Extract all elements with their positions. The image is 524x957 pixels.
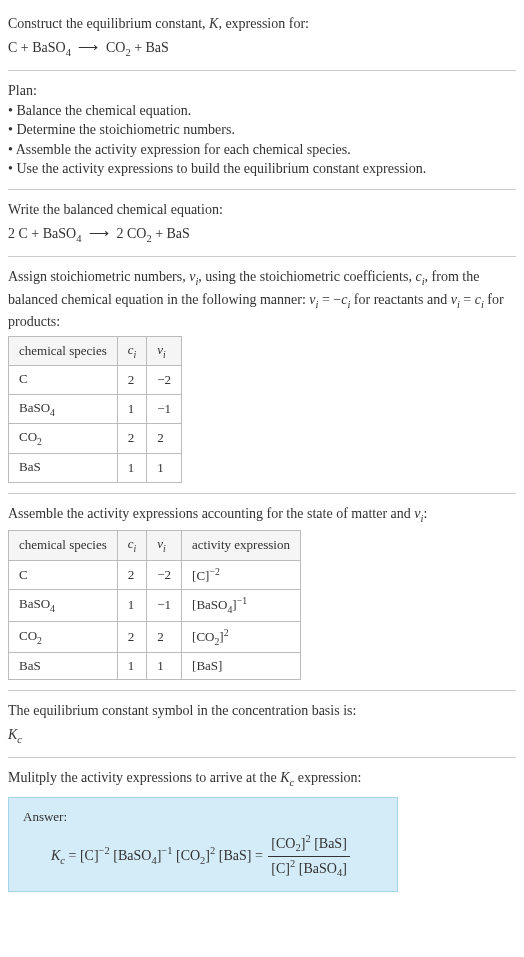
col-nui: νi: [147, 336, 182, 365]
kc-symbol: Kc: [8, 725, 516, 747]
plan-title: Plan:: [8, 81, 516, 101]
multiply-text: Mulitply the activity expressions to arr…: [8, 768, 516, 790]
col-nui: νi: [147, 531, 182, 560]
table-header-row: chemical species ci νi: [9, 336, 182, 365]
assign-section: Assign stoichiometric numbers, νi, using…: [8, 261, 516, 489]
bal-rhs-b: + BaS: [152, 226, 190, 241]
table-row: CO2 2 2 [CO2]2: [9, 621, 301, 653]
divider: [8, 757, 516, 758]
plan-section: Plan: • Balance the chemical equation. •…: [8, 75, 516, 185]
arrow-icon: ⟶: [78, 38, 98, 58]
k-symbol: K: [209, 16, 218, 31]
denominator: [C]2 [BaSO4]: [268, 857, 349, 881]
col-species: chemical species: [9, 531, 118, 560]
balanced-equation: 2 C + BaSO4 ⟶ 2 CO2 + BaS: [8, 224, 516, 246]
eq-rhs-a: CO: [106, 40, 125, 55]
eq-rhs-b: + BaS: [131, 40, 169, 55]
assign-text: Assign stoichiometric numbers, νi, using…: [8, 267, 516, 332]
table-header-row: chemical species ci νi activity expressi…: [9, 531, 301, 560]
intro-line: Construct the equilibrium constant, K, e…: [8, 14, 516, 34]
bal-lhs: 2 C + BaSO: [8, 226, 76, 241]
eq-lhs-sub: 4: [66, 46, 71, 57]
arrow-icon: ⟶: [89, 224, 109, 244]
answer-label: Answer:: [23, 808, 383, 826]
plan-bullet: • Balance the chemical equation.: [8, 101, 516, 121]
col-activity: activity expression: [182, 531, 301, 560]
col-ci: ci: [117, 531, 147, 560]
answer-box: Answer: Kc = [C]−2 [BaSO4]−1 [CO2]2 [BaS…: [8, 797, 398, 892]
divider: [8, 70, 516, 71]
plan-bullet: • Determine the stoichiometric numbers.: [8, 120, 516, 140]
divider: [8, 189, 516, 190]
table-row: C 2 −2 [C]−2: [9, 560, 301, 590]
unbalanced-equation: C + BaSO4 ⟶ CO2 + BaS: [8, 38, 516, 60]
symbol-section: The equilibrium constant symbol in the c…: [8, 695, 516, 753]
divider: [8, 256, 516, 257]
assemble-section: Assemble the activity expressions accoun…: [8, 498, 516, 687]
answer-expression: Kc = [C]−2 [BaSO4]−1 [CO2]2 [BaS] = [CO2…: [23, 832, 383, 881]
col-species: chemical species: [9, 336, 118, 365]
stoich-table: chemical species ci νi C 2 −2 BaSO4 1 −1…: [8, 336, 182, 483]
numerator: [CO2]2 [BaS]: [268, 832, 349, 857]
bal-lhs-sub: 4: [76, 232, 81, 243]
plan-bullet: • Use the activity expressions to build …: [8, 159, 516, 179]
activity-table: chemical species ci νi activity expressi…: [8, 530, 301, 680]
table-row: BaS 1 1: [9, 453, 182, 482]
intro-text: Construct the equilibrium constant,: [8, 16, 209, 31]
table-row: BaSO4 1 −1: [9, 395, 182, 424]
intro-text-b: , expression for:: [218, 16, 309, 31]
fraction: [CO2]2 [BaS][C]2 [BaSO4]: [268, 832, 349, 881]
intro-section: Construct the equilibrium constant, K, e…: [8, 8, 516, 66]
table-row: BaS 1 1 [BaS]: [9, 653, 301, 680]
plan-bullet: • Assemble the activity expression for e…: [8, 140, 516, 160]
balanced-section: Write the balanced chemical equation: 2 …: [8, 194, 516, 252]
bal-rhs-a: 2 CO: [116, 226, 146, 241]
table-row: C 2 −2: [9, 365, 182, 394]
table-row: BaSO4 1 −1 [BaSO4]−1: [9, 590, 301, 622]
assemble-text: Assemble the activity expressions accoun…: [8, 504, 516, 526]
divider: [8, 690, 516, 691]
col-ci: ci: [117, 336, 147, 365]
divider: [8, 493, 516, 494]
balanced-title: Write the balanced chemical equation:: [8, 200, 516, 220]
eq-lhs: C + BaSO: [8, 40, 66, 55]
symbol-text: The equilibrium constant symbol in the c…: [8, 701, 516, 721]
multiply-section: Mulitply the activity expressions to arr…: [8, 762, 516, 898]
table-row: CO2 2 2: [9, 424, 182, 453]
